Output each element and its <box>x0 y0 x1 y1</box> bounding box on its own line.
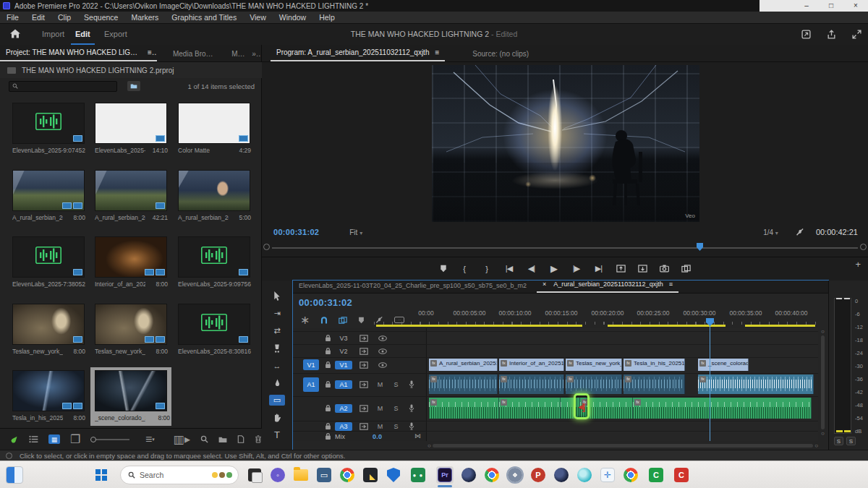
project-breadcrumb[interactable]: THE MAN WHO HACKED LIGHTNING 2.prproj <box>0 62 262 78</box>
delete-button[interactable] <box>255 435 262 443</box>
project-item-video[interactable]: A_rural_serbian_2025...8:00 <box>10 170 87 221</box>
project-item-audio[interactable]: ElevenLabs_2025-...7:38052 <box>10 236 87 288</box>
project-item-video-selected[interactable]: _scene_colorado_2025...8:00 <box>90 367 171 426</box>
audio-clip[interactable]: fx <box>429 374 498 394</box>
zoom-level-dropdown[interactable]: Fit ▾ <box>349 228 362 236</box>
track-header-v2[interactable]: V2 <box>293 344 427 357</box>
project-item-video[interactable]: Teslas_new_york_202...8:00 <box>10 304 87 355</box>
rectangle-tool[interactable]: ▭ <box>269 395 285 406</box>
playback-resolution-dropdown[interactable]: 1/4 ▾ <box>763 228 778 236</box>
solo-right-button[interactable]: S <box>846 437 856 445</box>
timeline-tab-inactive[interactable]: ElevenLabs_2025-11-03T20_04_25_Charlie_p… <box>293 279 532 293</box>
red-p-app-button[interactable]: P <box>529 466 547 484</box>
vscroll-top-handle[interactable]: ○ <box>821 328 825 335</box>
video-clip[interactable]: fx_scene_colorado <box>698 359 749 371</box>
defender-button[interactable] <box>385 466 402 484</box>
program-panel-menu-icon[interactable]: ≡ <box>435 46 445 61</box>
icon-view-button[interactable]: ▦ <box>48 435 60 444</box>
list-view-button[interactable] <box>29 435 38 443</box>
pen-tool[interactable] <box>269 377 285 388</box>
mix-value[interactable]: 0.0 <box>373 433 382 440</box>
go-to-in-button[interactable]: |◀ <box>504 264 514 273</box>
search-input[interactable] <box>9 81 117 92</box>
tab-program[interactable]: Program: A_rural_serbian_202511032112_qx… <box>271 46 435 61</box>
timeline-horizontal-scrollbar[interactable]: ○○ <box>427 442 818 448</box>
eye-icon[interactable] <box>378 348 387 354</box>
lock-icon[interactable] <box>325 380 331 388</box>
project-item-audio[interactable]: ElevenLabs_2025-...8:30816 <box>176 304 252 355</box>
project-item-video[interactable]: A_rural_serbian_202...42:21 <box>93 170 169 221</box>
new-bin-button[interactable] <box>218 436 227 443</box>
project-item-video[interactable]: Interior_of_an_202511...8:00 <box>93 236 169 288</box>
minimize-button[interactable]: – <box>794 0 819 12</box>
source-patch-v1[interactable]: V1 <box>303 359 319 370</box>
solo-button[interactable]: S <box>391 405 401 412</box>
add-marker-icon[interactable] <box>440 265 447 273</box>
play-button[interactable]: ▶ <box>549 263 559 274</box>
lock-icon[interactable] <box>325 347 331 355</box>
track-name[interactable]: A1 <box>335 380 352 389</box>
sort-icons-button[interactable]: ≡ ▾ <box>145 433 155 446</box>
widgets-button[interactable] <box>6 466 23 484</box>
red-c-app-button[interactable]: C <box>673 466 690 484</box>
solo-left-button[interactable]: S <box>834 437 843 445</box>
freeform-view-button[interactable]: ❐ <box>70 432 80 446</box>
snipping-tool-button[interactable]: ✛ <box>599 466 616 484</box>
chat-button[interactable]: ◦ <box>269 466 286 484</box>
export-frame-icon[interactable] <box>660 265 669 273</box>
video-clip[interactable]: fxTeslas_new_york_2025 <box>566 359 622 371</box>
media-app-button[interactable] <box>362 466 379 484</box>
ripple-edit-tool[interactable]: ⇄ <box>269 325 285 336</box>
dark-orb-app-button[interactable] <box>460 466 477 484</box>
step-back-button[interactable]: ◀| <box>527 264 537 273</box>
audio-clip[interactable]: fx <box>499 374 564 394</box>
dark-orb-app-button[interactable] <box>553 466 570 484</box>
green-audio-clip[interactable]: fx <box>633 398 812 419</box>
project-item-matte[interactable]: ElevenLabs_2025-11-...14:10 <box>93 103 169 154</box>
audio-clip-selected[interactable]: fx <box>698 374 814 394</box>
task-view-button[interactable] <box>246 466 263 484</box>
lock-icon[interactable] <box>325 361 331 369</box>
track-name[interactable]: A2 <box>335 404 352 413</box>
timeline-track-content[interactable]: fxA_rural_serbian_20251 fxInterior_of_an… <box>427 328 818 441</box>
selection-tool[interactable] <box>269 291 285 301</box>
vscroll-bottom-handle[interactable]: ○ <box>821 430 825 437</box>
restore-button[interactable]: □ <box>819 0 843 12</box>
lane-a1[interactable]: fx fx fx fx fx <box>427 373 818 395</box>
timeline-panel-menu-icon[interactable]: ≡ <box>669 278 678 293</box>
nest-toggle-icon[interactable]: ∗ <box>300 313 310 327</box>
tab-project[interactable]: Project: THE MAN WHO HACKED LIGHTNING 2 <box>0 46 148 61</box>
tab-metadata[interactable]: Me <box>226 47 246 61</box>
track-header-v1[interactable]: V1 V1 <box>293 357 427 372</box>
menu-markers[interactable]: Markers <box>124 12 165 24</box>
new-item-button[interactable] <box>237 435 244 443</box>
settings-gear-button[interactable] <box>506 466 524 484</box>
sync-lock-icon[interactable] <box>359 381 368 388</box>
comparison-view-icon[interactable] <box>681 265 691 273</box>
track-select-forward-tool[interactable]: ⇥ <box>269 308 285 319</box>
track-name[interactable]: V3 <box>335 334 352 343</box>
camtasia-button[interactable]: C <box>647 466 665 484</box>
device-app-button[interactable]: ▭ <box>315 466 333 484</box>
track-name[interactable]: A3 <box>335 422 352 431</box>
solo-button[interactable]: S <box>391 381 401 388</box>
green-people-app-button[interactable]: ● ● <box>409 466 427 484</box>
add-marker-icon[interactable] <box>358 317 365 324</box>
track-name[interactable]: V2 <box>335 347 352 356</box>
chrome-button[interactable] <box>339 466 356 484</box>
snap-magnet-icon[interactable] <box>320 317 328 324</box>
file-explorer-button[interactable] <box>292 466 310 484</box>
settings-wrench-icon[interactable] <box>796 228 804 236</box>
timeline-ruler[interactable]: 00:00 00:00:05:00 00:00:10:00 00:00:15:0… <box>374 309 818 320</box>
scroll-right-handle[interactable]: ○ <box>814 442 818 449</box>
tab-media-browser[interactable]: Media Browser <box>167 47 220 61</box>
slip-tool[interactable]: ↔ <box>269 360 285 371</box>
audio-clip[interactable]: fx <box>624 374 685 394</box>
lock-icon[interactable] <box>325 422 331 430</box>
lock-icon[interactable] <box>325 404 331 412</box>
menu-graphics-titles[interactable]: Graphics and Titles <box>165 12 243 24</box>
menu-sequence[interactable]: Sequence <box>77 12 124 24</box>
tab-import[interactable]: Import <box>38 24 69 45</box>
ai-brain-app-button[interactable] <box>576 466 593 484</box>
start-button[interactable] <box>93 466 110 484</box>
